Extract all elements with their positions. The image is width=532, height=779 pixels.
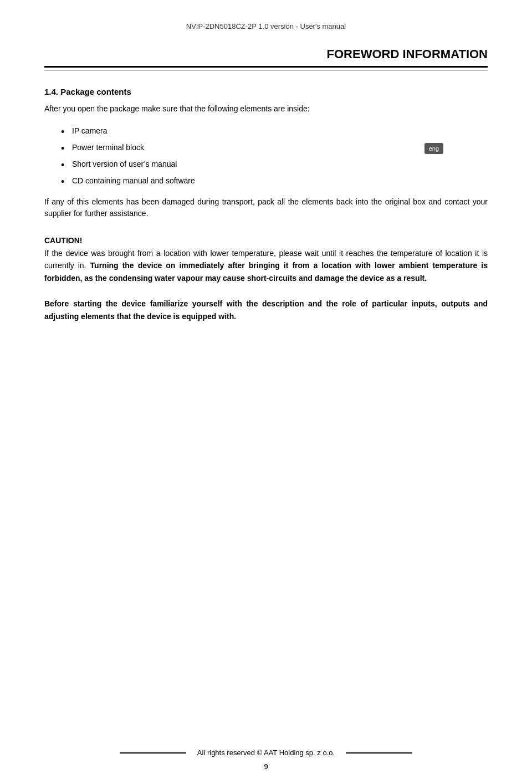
- foreword-title: FOREWORD INFORMATION: [44, 47, 488, 62]
- footer-line-right: [346, 752, 412, 754]
- before-start-text: Before starting the device familiarize y…: [44, 298, 488, 322]
- list-item: CD containing manual and software: [61, 176, 488, 185]
- top-divider-thick: [44, 66, 488, 68]
- page-footer: All rights reserved © AAT Holding sp. z …: [44, 749, 488, 757]
- transport-warning: If any of this elements has been damaged…: [44, 196, 488, 219]
- caution-text-1: If the device was brought from a locatio…: [44, 247, 488, 284]
- header-title: NVIP-2DN5018CZ-2P 1.0 version - User's m…: [186, 22, 346, 30]
- top-divider-thin: [44, 70, 488, 70]
- section-intro: After you open the package make sure tha…: [44, 104, 488, 113]
- bullet-section: IP camera Power terminal block Short ver…: [44, 126, 488, 185]
- footer-text: All rights reserved © AAT Holding sp. z …: [197, 749, 335, 757]
- caution-section: CAUTION! If the device was brought from …: [44, 236, 488, 284]
- section-title: 1.4. Package contents: [44, 87, 488, 96]
- list-item: IP camera: [61, 126, 488, 135]
- page-number: 9: [264, 762, 268, 771]
- caution-label: CAUTION!: [44, 236, 488, 245]
- page: NVIP-2DN5018CZ-2P 1.0 version - User's m…: [0, 0, 532, 779]
- list-item: Short version of user’s manual: [61, 160, 488, 168]
- eng-badge: eng: [424, 143, 443, 154]
- page-header: NVIP-2DN5018CZ-2P 1.0 version - User's m…: [44, 22, 488, 30]
- list-item: Power terminal block: [61, 143, 488, 152]
- package-contents-list: IP camera Power terminal block Short ver…: [61, 126, 488, 185]
- footer-line-left: [120, 752, 186, 754]
